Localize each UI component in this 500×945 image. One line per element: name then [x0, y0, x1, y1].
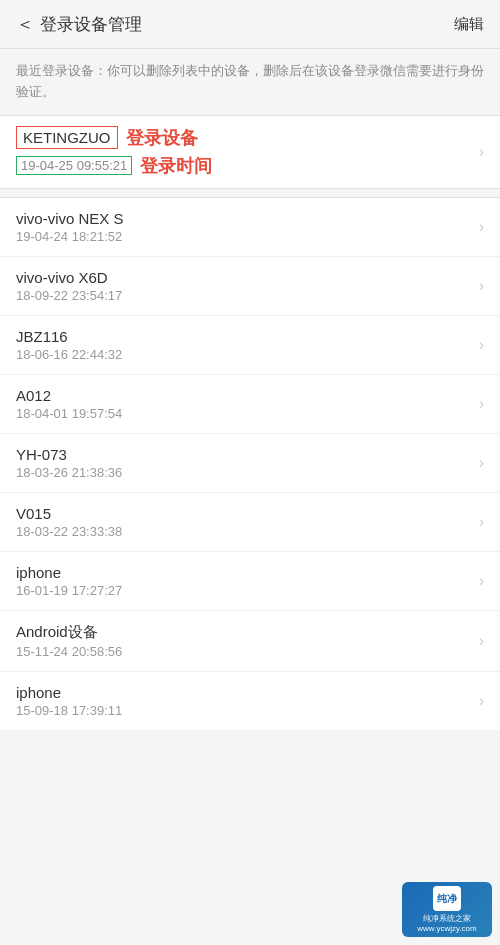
- current-device-row[interactable]: KETINGZUO 登录设备 19-04-25 09:55:21 登录时间 ›: [0, 116, 500, 188]
- header-left: ＜ 登录设备管理: [16, 12, 142, 36]
- watermark: 纯净 纯净系统之家 www.ycwjzy.com: [402, 882, 492, 937]
- device-item-time: 15-09-18 17:39:11: [16, 703, 479, 718]
- list-item[interactable]: A012 18-04-01 19:57:54 ›: [0, 375, 500, 434]
- current-device-time: 19-04-25 09:55:21: [16, 156, 132, 175]
- watermark-line1: 纯净系统之家: [417, 913, 476, 924]
- device-item-chevron: ›: [479, 692, 484, 710]
- device-name-container: KETINGZUO 登录设备: [16, 126, 479, 150]
- label-denglu-device: 登录设备: [126, 126, 198, 150]
- device-item-info: Android设备 15-11-24 20:58:56: [16, 623, 479, 659]
- device-item-time: 18-03-26 21:38:36: [16, 465, 479, 480]
- current-device-name: KETINGZUO: [16, 126, 118, 149]
- device-item-chevron: ›: [479, 336, 484, 354]
- list-item[interactable]: YH-073 18-03-26 21:38:36 ›: [0, 434, 500, 493]
- device-item-name: A012: [16, 387, 479, 404]
- device-item-time: 19-04-24 18:21:52: [16, 229, 479, 244]
- device-item-time: 18-03-22 23:33:38: [16, 524, 479, 539]
- list-item[interactable]: iphone 16-01-19 17:27:27 ›: [0, 552, 500, 611]
- watermark-logo-text: 纯净: [437, 892, 457, 906]
- list-item[interactable]: vivo-vivo X6D 18-09-22 23:54:17 ›: [0, 257, 500, 316]
- device-item-time: 18-09-22 23:54:17: [16, 288, 479, 303]
- device-item-chevron: ›: [479, 218, 484, 236]
- label-denglu-time: 登录时间: [140, 154, 212, 178]
- list-item[interactable]: Android设备 15-11-24 20:58:56 ›: [0, 611, 500, 672]
- watermark-logo: 纯净: [433, 886, 461, 911]
- back-button[interactable]: ＜: [16, 12, 34, 36]
- device-item-info: iphone 16-01-19 17:27:27: [16, 564, 479, 598]
- device-time-container: 19-04-25 09:55:21 登录时间: [16, 154, 479, 178]
- device-item-info: vivo-vivo X6D 18-09-22 23:54:17: [16, 269, 479, 303]
- device-item-time: 18-04-01 19:57:54: [16, 406, 479, 421]
- device-item-name: iphone: [16, 684, 479, 701]
- device-item-chevron: ›: [479, 454, 484, 472]
- device-item-time: 16-01-19 17:27:27: [16, 583, 479, 598]
- device-item-name: JBZ116: [16, 328, 479, 345]
- current-device-chevron: ›: [479, 143, 484, 161]
- device-list: vivo-vivo NEX S 19-04-24 18:21:52 › vivo…: [0, 197, 500, 730]
- description-text: 最近登录设备：你可以删除列表中的设备，删除后在该设备登录微信需要进行身份验证。: [0, 49, 500, 115]
- list-item[interactable]: JBZ116 18-06-16 22:44:32 ›: [0, 316, 500, 375]
- device-item-chevron: ›: [479, 572, 484, 590]
- device-item-name: YH-073: [16, 446, 479, 463]
- device-item-info: V015 18-03-22 23:33:38: [16, 505, 479, 539]
- device-item-info: A012 18-04-01 19:57:54: [16, 387, 479, 421]
- current-device-section: KETINGZUO 登录设备 19-04-25 09:55:21 登录时间 ›: [0, 115, 500, 189]
- device-item-info: iphone 15-09-18 17:39:11: [16, 684, 479, 718]
- list-item[interactable]: iphone 15-09-18 17:39:11 ›: [0, 672, 500, 730]
- device-item-time: 15-11-24 20:58:56: [16, 644, 479, 659]
- device-item-name: vivo-vivo X6D: [16, 269, 479, 286]
- device-item-name: vivo-vivo NEX S: [16, 210, 479, 227]
- watermark-text: 纯净系统之家 www.ycwjzy.com: [417, 913, 476, 933]
- edit-button[interactable]: 编辑: [454, 15, 484, 34]
- device-item-chevron: ›: [479, 513, 484, 531]
- device-item-chevron: ›: [479, 632, 484, 650]
- watermark-line2: www.ycwjzy.com: [417, 924, 476, 933]
- device-item-info: JBZ116 18-06-16 22:44:32: [16, 328, 479, 362]
- device-item-name: Android设备: [16, 623, 479, 642]
- device-item-name: V015: [16, 505, 479, 522]
- list-item[interactable]: V015 18-03-22 23:33:38 ›: [0, 493, 500, 552]
- device-item-name: iphone: [16, 564, 479, 581]
- list-item[interactable]: vivo-vivo NEX S 19-04-24 18:21:52 ›: [0, 198, 500, 257]
- page-title: 登录设备管理: [40, 13, 142, 36]
- device-item-info: YH-073 18-03-26 21:38:36: [16, 446, 479, 480]
- device-item-time: 18-06-16 22:44:32: [16, 347, 479, 362]
- device-item-chevron: ›: [479, 395, 484, 413]
- current-device-info: KETINGZUO 登录设备 19-04-25 09:55:21 登录时间: [16, 126, 479, 178]
- device-item-info: vivo-vivo NEX S 19-04-24 18:21:52: [16, 210, 479, 244]
- header: ＜ 登录设备管理 编辑: [0, 0, 500, 49]
- device-item-chevron: ›: [479, 277, 484, 295]
